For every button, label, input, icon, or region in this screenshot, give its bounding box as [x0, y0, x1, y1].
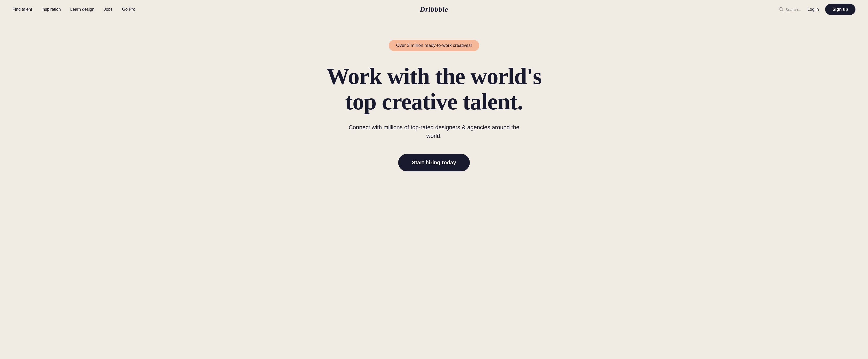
nav-go-pro[interactable]: Go Pro [122, 7, 135, 12]
start-hiring-button[interactable]: Start hiring today [398, 154, 470, 171]
nav-center: Dribbble [420, 5, 448, 13]
hero-section: Over 3 million ready-to-work creatives! … [0, 19, 868, 203]
search-bar[interactable]: Search... [779, 7, 801, 12]
hero-title: Work with the world's top creative talen… [316, 64, 552, 115]
nav-jobs[interactable]: Jobs [104, 7, 113, 12]
signup-button[interactable]: Sign up [825, 4, 856, 15]
hero-subtitle: Connect with millions of top-rated desig… [342, 123, 526, 140]
search-icon [779, 7, 783, 12]
nav-right: Search... Log in Sign up [779, 4, 856, 15]
navbar: Find talent Inspiration Learn design Job… [0, 0, 868, 19]
nav-inspiration[interactable]: Inspiration [41, 7, 61, 12]
nav-left: Find talent Inspiration Learn design Job… [12, 7, 135, 12]
search-label: Search... [785, 7, 801, 12]
nav-find-talent[interactable]: Find talent [12, 7, 32, 12]
login-link[interactable]: Log in [807, 7, 819, 12]
svg-line-1 [782, 10, 783, 11]
logo[interactable]: Dribbble [420, 5, 448, 13]
hero-badge: Over 3 million ready-to-work creatives! [389, 40, 479, 51]
nav-learn-design[interactable]: Learn design [70, 7, 95, 12]
